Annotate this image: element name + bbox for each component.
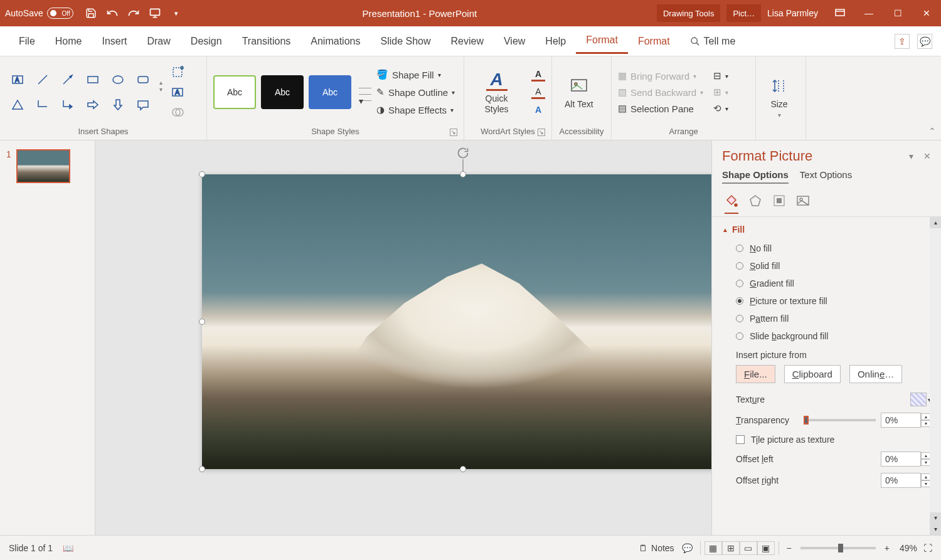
tab-format-picture[interactable]: Format [628,29,680,53]
no-fill-radio[interactable]: No fill [722,240,931,257]
autosave-toggle[interactable]: Off [47,8,73,19]
shape-rectangle-icon[interactable] [82,68,104,91]
tab-file[interactable]: File [9,29,45,53]
tab-format-drawing[interactable]: Format [576,28,628,54]
sorter-view-button[interactable]: ⊞ [722,541,740,555]
spellcheck-icon[interactable]: 📖 [63,543,73,553]
transparency-value[interactable]: 0% [881,413,921,428]
insert-from-file-button[interactable]: File... [736,365,775,383]
shape-triangle-icon[interactable] [6,93,29,116]
pattern-fill-radio[interactable]: Pattern fill [722,310,931,327]
normal-view-button[interactable]: ▦ [704,541,722,555]
bring-forward-button[interactable]: ▦Bring Forward▾ [618,70,703,82]
insert-from-online-button[interactable]: Online… [849,365,902,383]
tab-animations[interactable]: Animations [300,29,370,53]
shape-fill-button[interactable]: 🪣Shape Fill▾ [376,69,455,80]
selected-picture[interactable] [202,174,711,469]
picture-category-icon[interactable] [794,191,812,210]
shape-arrow-line-icon[interactable] [56,68,79,91]
offset-right-value[interactable]: 0% [881,473,921,488]
shape-callout-icon[interactable] [132,93,154,116]
align-button[interactable]: ⊟▾ [713,70,728,82]
shape-styles-launcher[interactable]: ↘ [450,129,457,136]
resize-handle-tm[interactable] [460,171,466,177]
group-button[interactable]: ⊞▾ [713,87,728,98]
picture-tools-context[interactable]: Pict… [726,4,761,22]
merge-shapes-icon[interactable] [171,106,184,119]
drawing-tools-context[interactable]: Drawing Tools [657,4,720,22]
quick-styles-button[interactable]: A Quick Styles [470,70,523,115]
scroll-down2-icon[interactable]: ▾ [930,524,941,535]
text-fill-icon[interactable]: A [531,68,545,82]
rotate-button[interactable]: ⟲▾ [713,103,728,114]
shape-block-arrow-icon[interactable] [82,93,104,116]
tab-help[interactable]: Help [535,29,576,53]
qat-more-icon[interactable]: ▾ [170,7,183,19]
tab-draw[interactable]: Draw [137,29,180,53]
shapes-gallery[interactable]: A [6,68,154,116]
comments-icon[interactable]: 💬 [917,34,932,49]
minimize-icon[interactable]: — [859,8,878,18]
style-gallery-more[interactable]: ▾ [359,83,371,101]
tab-transitions[interactable]: Transitions [232,29,301,53]
tab-home[interactable]: Home [45,29,92,53]
text-options-tab[interactable]: Text Options [800,169,852,184]
shape-options-tab[interactable]: Shape Options [722,169,789,184]
shape-elbow-icon[interactable] [31,93,54,116]
offset-left-value[interactable]: 0% [881,452,921,467]
size-button[interactable]: Size ▾ [762,75,796,119]
share-icon[interactable]: ⇪ [895,34,910,49]
pane-options-icon[interactable]: ▾ [909,151,913,161]
resize-handle-bl[interactable] [199,466,205,472]
tab-slideshow[interactable]: Slide Show [370,29,440,53]
zoom-in-button[interactable]: + [881,543,893,553]
slide-counter[interactable]: Slide 1 of 1 [9,543,53,553]
solid-fill-radio[interactable]: Solid fill [722,257,931,275]
texture-picker[interactable] [910,393,927,406]
reading-view-button[interactable]: ▭ [740,541,757,555]
comments-button[interactable]: 💬 [682,543,693,553]
tab-design[interactable]: Design [181,29,232,53]
wordart-launcher[interactable]: ↘ [538,129,545,136]
slide-canvas[interactable] [95,140,711,535]
fit-to-window-button[interactable]: ⛶ [923,543,932,553]
shape-oval-icon[interactable] [107,68,129,91]
tab-insert[interactable]: Insert [92,29,137,53]
shape-textbox-icon[interactable]: A [6,68,29,91]
picture-fill-radio[interactable]: Picture or texture fill [722,292,931,310]
scroll-up-icon[interactable]: ▴ [930,217,941,228]
zoom-out-button[interactable]: − [783,543,795,553]
shape-effects-button[interactable]: ◑Shape Effects▾ [376,104,455,115]
shape-down-arrow-icon[interactable] [107,93,129,116]
edit-shape-icon[interactable] [171,66,184,78]
effects-category-icon[interactable] [746,191,765,210]
undo-icon[interactable] [106,7,119,19]
selection-pane-button[interactable]: ▤Selection Pane [618,103,703,114]
style-preset-1[interactable]: Abc [213,75,256,109]
shapes-more-icon[interactable]: ▴▾ [159,79,162,93]
transparency-slider[interactable] [804,419,876,421]
save-icon[interactable] [85,7,97,19]
slideshow-start-icon[interactable] [149,7,161,19]
pane-close-icon[interactable]: ✕ [923,151,931,161]
size-props-category-icon[interactable] [770,191,789,210]
resize-handle-tl[interactable] [199,171,205,177]
resize-handle-ml[interactable] [199,319,205,325]
alt-text-button[interactable]: Alt Text [558,75,600,110]
tab-review[interactable]: Review [441,29,494,53]
fill-section-header[interactable]: ▲Fill [722,219,931,240]
style-preset-2[interactable]: Abc [261,75,304,109]
text-outline-icon[interactable]: A [531,85,545,99]
zoom-slider[interactable] [800,547,876,549]
autosave-control[interactable]: AutoSave Off [5,8,73,19]
slide-bg-fill-radio[interactable]: Slide background fill [722,327,931,345]
tile-checkbox[interactable]: Tile picture as texture [722,431,931,448]
style-preset-3[interactable]: Abc [309,75,351,109]
close-icon[interactable]: ✕ [917,8,936,18]
pane-scrollbar[interactable]: ▴ ▾ ▾ [930,217,941,535]
fill-line-category-icon[interactable] [722,191,741,210]
send-backward-button[interactable]: ▧Send Backward▾ [618,87,703,98]
user-name[interactable]: Lisa Parmley [767,8,818,18]
gradient-fill-radio[interactable]: Gradient fill [722,275,931,292]
scroll-down-icon[interactable]: ▾ [930,512,941,524]
